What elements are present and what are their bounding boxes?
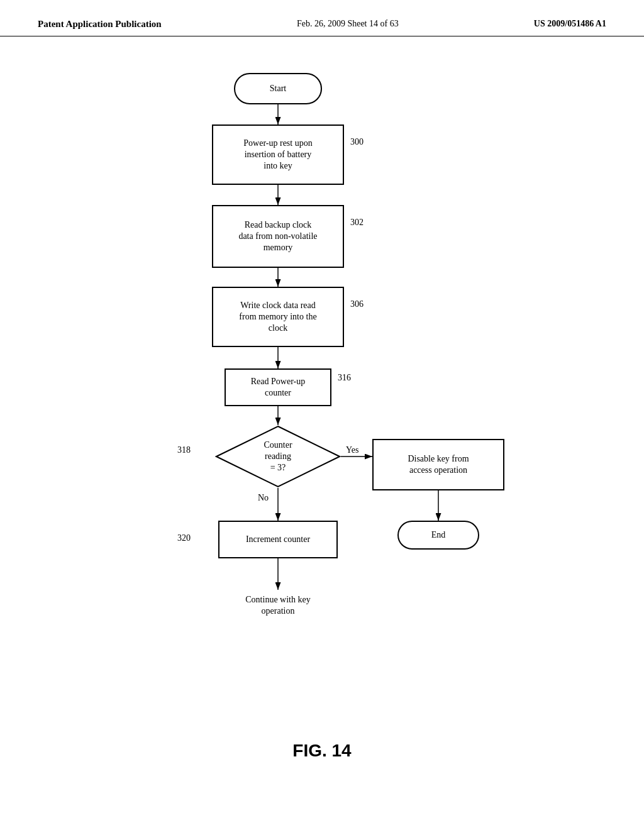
node-300: Power-up rest upon insertion of battery … — [212, 124, 344, 185]
continue-node: Continue with key operation — [218, 590, 338, 621]
diamond-318: Counter reading = 3? — [215, 425, 341, 488]
diamond-318-label: Counter reading = 3? — [215, 425, 341, 488]
ref-320: 320 — [177, 533, 191, 543]
header-right: US 2009/051486 A1 — [534, 19, 606, 29]
header-left: Patent Application Publication — [38, 19, 162, 30]
diagram-area: Start Power-up rest upon insertion of ba… — [0, 36, 644, 734]
disable-node: Disable key from access operation — [372, 439, 504, 490]
no-label: No — [258, 493, 269, 503]
ref-316: 316 — [338, 373, 351, 383]
header-center: Feb. 26, 2009 Sheet 14 of 63 — [297, 19, 399, 29]
flowchart: Start Power-up rest upon insertion of ba… — [102, 62, 542, 722]
ref-318: 318 — [177, 445, 191, 455]
node-320: Increment counter — [218, 521, 338, 558]
ref-300: 300 — [350, 137, 364, 147]
start-node: Start — [234, 73, 322, 104]
page-header: Patent Application Publication Feb. 26, … — [0, 0, 644, 36]
yes-label: Yes — [346, 445, 358, 455]
node-302: Read backup clock data from non-volatile… — [212, 205, 344, 268]
node-306: Write clock data read from memory into t… — [212, 287, 344, 347]
figure-caption: FIG. 14 — [0, 734, 644, 773]
node-316: Read Power-up counter — [225, 368, 331, 406]
end-node: End — [397, 521, 479, 550]
ref-302: 302 — [350, 218, 364, 228]
ref-306: 306 — [350, 299, 364, 309]
